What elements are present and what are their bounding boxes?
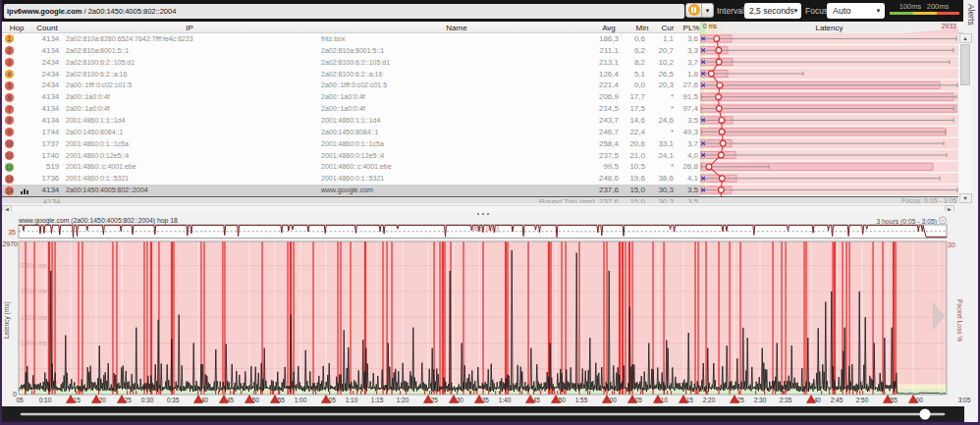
svg-text:30: 30 (948, 241, 955, 248)
svg-text:1:00: 1:00 (295, 397, 307, 403)
svg-text:1:10: 1:10 (346, 397, 358, 403)
svg-text:0:35: 0:35 (167, 397, 180, 403)
svg-text:1:55: 1:55 (575, 397, 588, 403)
svg-text:2:35: 2:35 (780, 397, 792, 403)
svg-text:Latency (ms): Latency (ms) (3, 301, 11, 339)
svg-text:Jitter (ms): Jitter (ms) (469, 225, 499, 233)
svg-text:2:30: 2:30 (754, 397, 767, 403)
svg-text:3:05: 3:05 (958, 397, 971, 403)
svg-text:35: 35 (8, 229, 16, 236)
svg-text:0:10: 0:10 (39, 397, 52, 403)
svg-text:www.google.com (2a00:1450:4005: www.google.com (2a00:1450:4005:802::2004… (18, 217, 178, 225)
svg-text:2970: 2970 (2, 240, 18, 247)
svg-text:1:40: 1:40 (499, 397, 512, 403)
svg-text:2:20: 2:20 (703, 397, 716, 403)
svg-text:2:50: 2:50 (856, 397, 869, 403)
svg-text:1:20: 1:20 (397, 397, 409, 403)
svg-text:0: 0 (13, 391, 17, 398)
svg-text:05: 05 (16, 397, 24, 403)
svg-text:3 hours (0:05 - 3:05): 3 hours (0:05 - 3:05) (876, 218, 937, 226)
svg-text:Packet Loss %: Packet Loss % (956, 299, 963, 342)
svg-text:2:45: 2:45 (831, 397, 844, 403)
svg-text:1:15: 1:15 (371, 397, 384, 403)
svg-text:0:30: 0:30 (141, 397, 154, 403)
